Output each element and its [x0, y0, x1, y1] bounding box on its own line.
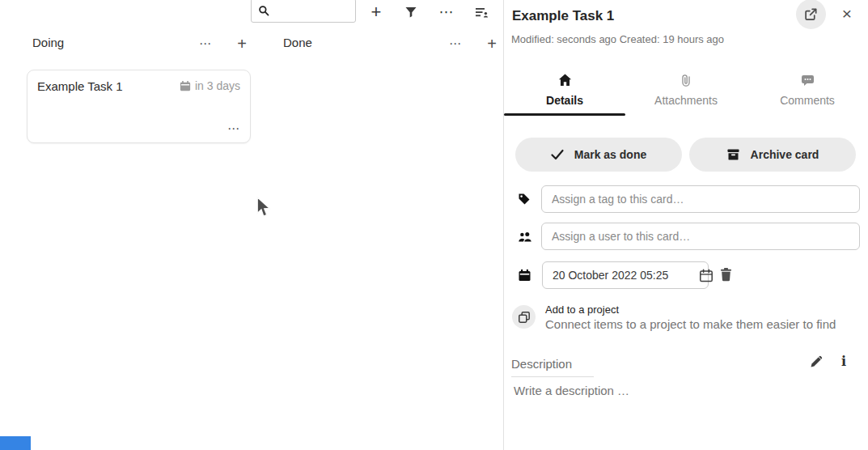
card-menu-button[interactable]: ⋯: [227, 121, 240, 136]
due-date-field[interactable]: [542, 261, 709, 289]
board-menu-button[interactable]: ⋯: [436, 2, 457, 23]
user-row: [504, 223, 868, 250]
description-placeholder[interactable]: Write a description …: [514, 384, 629, 397]
tab-label: Comments: [780, 94, 835, 107]
paperclip-icon: [681, 72, 691, 88]
description-label: Description: [511, 357, 594, 377]
tab-label: Attachments: [654, 94, 718, 107]
pencil-icon: [810, 355, 823, 368]
check-icon: [551, 149, 564, 160]
open-calendar-button[interactable]: [699, 269, 713, 282]
edit-description-button[interactable]: [810, 355, 823, 368]
column-done-menu-button[interactable]: ⋯: [445, 33, 466, 54]
task-card[interactable]: Example Task 1 in 3 days ⋯: [27, 70, 251, 143]
open-in-window-button[interactable]: [796, 0, 826, 29]
archive-box-icon: [726, 148, 740, 161]
mark-as-done-button[interactable]: Mark as done: [515, 138, 682, 172]
project-stack-icon: [512, 305, 536, 329]
info-icon[interactable]: i: [841, 354, 846, 369]
column-done-add-card-button[interactable]: +: [481, 33, 502, 54]
tab-bar: Details Attachments: [504, 68, 868, 116]
tab-details[interactable]: Details: [504, 68, 625, 116]
kanban-board: + ⋯ Doing ⋯ +: [0, 0, 503, 450]
panel-modified-created: Modified: seconds ago Created: 19 hours …: [511, 33, 724, 45]
assign-user-input[interactable]: [541, 223, 860, 250]
calendar-icon: [518, 269, 531, 282]
add-to-project-row[interactable]: Add to a project Connect items to a proj…: [512, 304, 836, 331]
add-to-project-subtitle: Connect items to a project to make them …: [545, 317, 836, 331]
archive-card-label: Archive card: [751, 148, 819, 161]
archive-card-button[interactable]: Archive card: [689, 138, 856, 172]
filter-button[interactable]: [400, 2, 421, 23]
tag-row: [504, 185, 868, 213]
search-input[interactable]: [274, 5, 352, 17]
column-doing-add-card-button[interactable]: +: [231, 33, 252, 54]
calendar-icon: [180, 80, 191, 91]
column-title: Doing: [32, 36, 64, 49]
description-header: Description i: [504, 354, 868, 375]
funnel-icon: [404, 6, 417, 19]
calendar-outline-icon: [699, 269, 713, 282]
column-header-done: Done ⋯ +: [283, 36, 502, 57]
due-date-input[interactable]: [553, 269, 699, 282]
card-details-panel: Example Task 1 Modified: seconds ago Cre…: [504, 0, 868, 450]
users-icon: [518, 231, 532, 243]
search-icon: [258, 5, 269, 16]
add-board-item-button[interactable]: +: [366, 2, 387, 23]
sort-view-button[interactable]: [471, 2, 492, 23]
column-doing-menu-button[interactable]: ⋯: [195, 33, 216, 54]
chat-bubble-icon: [801, 72, 815, 88]
tab-attachments[interactable]: Attachments: [625, 68, 747, 116]
sort-list-icon: [475, 6, 489, 19]
tab-comments[interactable]: Comments: [747, 68, 868, 116]
trash-icon: [719, 267, 733, 282]
add-to-project-title: Add to a project: [545, 304, 836, 316]
remove-due-date-button[interactable]: [719, 267, 733, 282]
card-due-label: in 3 days: [195, 79, 240, 92]
panel-title: Example Task 1: [512, 8, 614, 24]
column-header-doing: Doing ⋯ +: [32, 36, 251, 57]
tab-label: Details: [546, 94, 583, 107]
assign-tag-input[interactable]: [541, 185, 860, 213]
app-window: + ⋯ Doing ⋯ +: [0, 0, 868, 450]
bottom-left-blue-box: [0, 436, 31, 450]
card-title: Example Task 1: [37, 79, 123, 93]
column-title: Done: [283, 36, 312, 49]
mark-as-done-label: Mark as done: [574, 148, 646, 161]
due-date-row: [504, 261, 868, 289]
search-box[interactable]: [251, 0, 356, 23]
mouse-cursor: [255, 196, 274, 220]
card-due-date: in 3 days: [180, 79, 240, 92]
home-icon: [558, 72, 572, 88]
close-panel-button[interactable]: ×: [836, 2, 857, 23]
tag-icon: [518, 193, 531, 206]
external-link-icon: [804, 7, 818, 21]
